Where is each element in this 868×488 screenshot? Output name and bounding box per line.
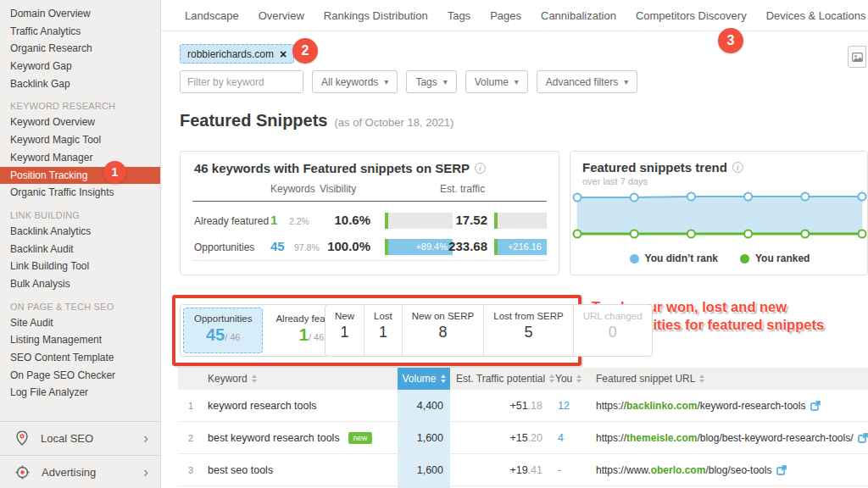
external-link-icon[interactable] (858, 433, 868, 443)
row-label: Opportunities (194, 241, 254, 253)
sidebar-item-seo-content-template[interactable]: SEO Content Template (0, 349, 160, 367)
sidebar-section-link-building: LINK BUILDING (0, 202, 160, 223)
info-icon[interactable]: i (475, 163, 486, 174)
sidebar-item-traffic-analytics[interactable]: Traffic Analytics (0, 23, 160, 41)
external-link-icon[interactable] (776, 465, 787, 475)
sidebar-item-domain-overview[interactable]: Domain Overview (0, 5, 160, 23)
volume-dropdown[interactable]: Volume▾ (465, 70, 528, 93)
stat-lost[interactable]: Lost1 (364, 305, 402, 356)
column-header-volume[interactable]: Volume (398, 368, 450, 390)
row-number: 2 (188, 433, 193, 443)
stat-value: 0 (583, 324, 643, 341)
column-header-you[interactable]: You (555, 368, 581, 390)
app-window: Domain Overview Traffic Analytics Organi… (0, 0, 868, 488)
step-badge-3: 3 (718, 28, 743, 53)
sidebar-item-organic-research[interactable]: Organic Research (0, 40, 160, 58)
keywords-count: 45 (270, 239, 285, 253)
sidebar-item-site-audit[interactable]: Site Audit (0, 314, 160, 332)
sidebar-item-log-file-analyzer[interactable]: Log File Analyzer (0, 384, 160, 402)
domain-filter-chip[interactable]: robbierichards.com × (180, 44, 294, 64)
all-keywords-dropdown[interactable]: All keywords▾ (312, 70, 398, 93)
visibility-value: 10.6% (314, 213, 370, 227)
stat-value: 1 (335, 324, 354, 341)
stat-value: 5 (493, 324, 563, 341)
sidebar-item-backlink-gap[interactable]: Backlink Gap (0, 75, 160, 93)
sidebar-item-link-building-tool[interactable]: Link Building Tool (0, 258, 160, 275)
export-button[interactable] (848, 46, 866, 68)
sidebar-section-onpage-tech-seo: ON PAGE & TECH SEO (0, 293, 160, 314)
keyword-filter-input[interactable] (181, 71, 303, 92)
chevron-right-icon: › (143, 433, 148, 443)
tab-tags[interactable]: Tags (448, 9, 470, 22)
stat-label: Lost from SERP (493, 311, 563, 321)
you-position-link[interactable]: 12 (558, 400, 570, 412)
sidebar-item-advertising[interactable]: Advertising › (0, 455, 160, 488)
stat-lost-from-serp[interactable]: Lost from SERP5 (483, 305, 572, 356)
snippet-url-link[interactable]: https://www.oberlo.com/blog/seo-tools (596, 464, 787, 476)
external-link-icon[interactable] (810, 401, 821, 411)
tab-cannibalization[interactable]: Cannibalization (541, 9, 616, 22)
dropdown-label: Volume (475, 76, 509, 88)
advanced-filters-dropdown[interactable]: Advanced filters▾ (537, 70, 637, 93)
summary-col-est-traffic: Est. traffic (440, 183, 485, 195)
traffic-cell: +51.18 (458, 400, 542, 412)
stat-label: URL changed (583, 311, 643, 321)
legend-dot-blue (630, 254, 639, 263)
traffic-delta: +216.16 (508, 241, 542, 252)
trend-subtitle: over last 7 days (582, 176, 648, 186)
snippet-url-link[interactable]: https://backlinko.com/keyword-research-t… (596, 400, 821, 412)
row-number: 3 (188, 465, 193, 475)
tab-landscape[interactable]: Landscape (185, 9, 239, 22)
sort-icon (549, 374, 554, 383)
you-position-link[interactable]: - (558, 464, 561, 476)
table-row: 2 best keyword research toolsnew 1,600 +… (178, 422, 868, 454)
stat-new-on-serp[interactable]: New on SERP8 (402, 305, 484, 356)
column-header-keyword[interactable]: Keyword (208, 368, 257, 390)
volume-cell: 4,400 (398, 400, 443, 412)
close-icon[interactable]: × (280, 50, 287, 58)
tab-overview[interactable]: Overview (259, 9, 304, 22)
sort-icon (252, 374, 257, 383)
sidebar-item-keyword-magic-tool[interactable]: Keyword Magic Tool (0, 131, 160, 149)
target-icon (15, 465, 30, 480)
column-header-featured-snippet-url[interactable]: Featured snippet URL (596, 368, 704, 390)
sidebar-item-bulk-analysis[interactable]: Bulk Analysis (0, 275, 160, 293)
table-row: 1 keyword research tools 4,400 +51.18 12… (178, 390, 868, 422)
sidebar-item-on-page-seo-checker[interactable]: On Page SEO Checker (0, 367, 160, 385)
sidebar-item-backlink-analytics[interactable]: Backlink Analytics (0, 223, 160, 241)
keywords-pct: 2.2% (289, 216, 309, 226)
tab-pages[interactable]: Pages (490, 9, 521, 22)
summary-title: 46 keywords with Featured snippets on SE… (194, 161, 470, 175)
sidebar-item-backlink-audit[interactable]: Backlink Audit (0, 241, 160, 258)
column-header-est-traffic-potential[interactable]: Est. Traffic potential (456, 368, 554, 390)
card-opportunities[interactable]: Opportunities 45/ 46 (183, 308, 263, 353)
traffic-cell: +15.20 (458, 432, 542, 444)
you-position-link[interactable]: 4 (558, 432, 564, 444)
est-traffic-bar (494, 213, 547, 229)
snippet-url-link[interactable]: https://themeisle.com/blog/best-keyword-… (596, 432, 868, 444)
sidebar-item-position-tracking[interactable]: Position Tracking 1 (0, 167, 160, 185)
summary-row-opportunities: Opportunities 45 97.8% 100.0% +89.4% 233… (181, 234, 560, 260)
legend-label: You ranked (755, 252, 810, 264)
sidebar-item-keyword-overview[interactable]: Keyword Overview (0, 114, 160, 131)
est-traffic-bar: +216.16 (494, 239, 547, 255)
stat-url-changed[interactable]: URL changed0 (573, 305, 652, 356)
tab-competitors-discovery[interactable]: Competitors Discovery (636, 9, 747, 22)
sidebar-item-label: Advertising (42, 466, 143, 479)
stat-label: New on SERP (412, 311, 475, 321)
tab-devices-locations[interactable]: Devices & Locations (766, 9, 866, 22)
tab-rankings-distribution[interactable]: Rankings Distribution (324, 9, 428, 22)
divider (192, 201, 547, 202)
stat-new[interactable]: New1 (326, 305, 364, 356)
sidebar-item-listing-management[interactable]: Listing Management (0, 331, 160, 349)
stat-label: Lost (374, 311, 392, 321)
sidebar-item-local-seo[interactable]: Local SEO › (0, 421, 160, 454)
table-header-row: Keyword Volume Est. Traffic potential Yo… (178, 368, 868, 390)
keywords-count: 1 (270, 213, 277, 227)
sidebar-item-keyword-gap[interactable]: Keyword Gap (0, 58, 160, 75)
info-icon[interactable]: i (732, 162, 743, 173)
trend-title: Featured snippets trend (582, 160, 727, 175)
sidebar-item-organic-traffic-insights[interactable]: Organic Traffic Insights (0, 184, 160, 202)
sidebar-item-keyword-manager[interactable]: Keyword Manager (0, 149, 160, 167)
tags-dropdown[interactable]: Tags▾ (406, 70, 456, 93)
